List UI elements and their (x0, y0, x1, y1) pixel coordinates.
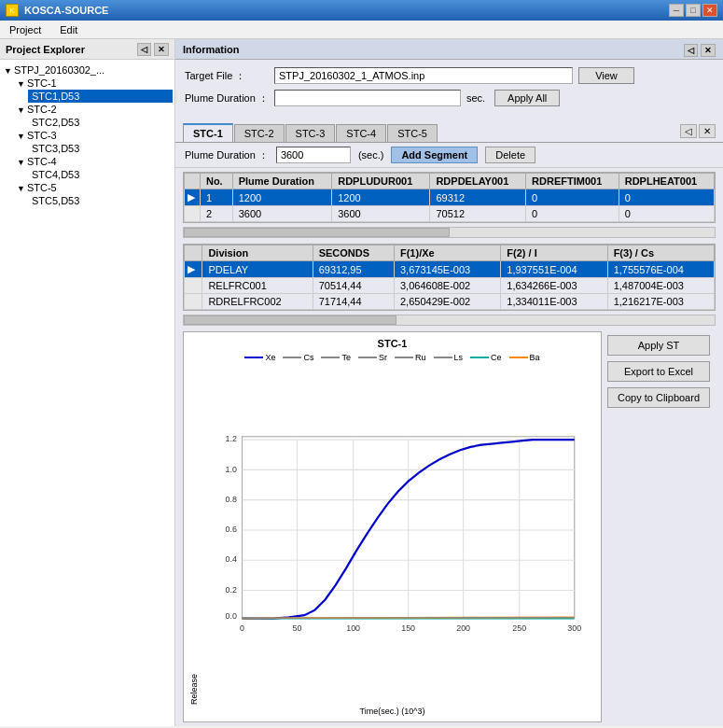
legend-ls: Ls (434, 353, 464, 362)
content-area: Information ◁ ✕ Target File ： STPJ_20160… (175, 39, 723, 726)
tree-node-stc2-d53[interactable]: STC2,D53 (28, 116, 173, 129)
information-title: Information (183, 44, 240, 55)
svg-text:150: 150 (401, 623, 415, 633)
info-pin-icon[interactable]: ◁ (684, 44, 698, 57)
export-excel-button[interactable]: Export to Excel (607, 361, 710, 382)
col-arrow2 (185, 245, 202, 261)
svg-text:0.2: 0.2 (226, 585, 237, 595)
cell-rdreftim: 0 (526, 206, 619, 222)
legend-ba-line (509, 357, 528, 358)
col-seconds: SECONDS (313, 245, 394, 261)
tab-nav-controls: ◁ ✕ (680, 124, 716, 138)
tab-stc4[interactable]: STC-4 (336, 124, 386, 142)
svg-text:100: 100 (346, 623, 360, 633)
tab-close-button[interactable]: ✕ (699, 124, 716, 138)
plume-duration-input[interactable] (274, 90, 461, 106)
cell-f2i: 1,634266E-003 (501, 278, 607, 294)
tree-node-stc5-d53[interactable]: STC5,D53 (28, 194, 173, 207)
tree-node-stc2[interactable]: ▼STC-2 (15, 103, 173, 116)
target-file-label: Target File ： (185, 69, 269, 83)
close-panel-icon[interactable]: ✕ (154, 43, 169, 56)
tree-node-stc1[interactable]: ▼STC-1 (15, 77, 173, 90)
table-row[interactable]: RDRELFRC002 71714,44 2,650429E-002 1,334… (185, 294, 715, 310)
tree-node-root[interactable]: ▼STPJ_20160302_... (2, 63, 173, 77)
legend-te: Te (321, 353, 351, 362)
legend-ce-label: Ce (491, 353, 502, 362)
col-plume-dur: Plume Duration (232, 174, 332, 189)
svg-text:1.0: 1.0 (226, 465, 237, 474)
pin-icon[interactable]: ◁ (137, 43, 151, 56)
segment-unit: (sec.) (358, 149, 384, 161)
delete-button[interactable]: Delete (485, 147, 535, 163)
upper-table-scrollbar[interactable] (183, 227, 716, 238)
cell-division: RELFRC001 (202, 278, 313, 294)
cell-plume-dur: 3600 (232, 206, 332, 222)
row-indicator (185, 294, 202, 310)
table-row[interactable]: RELFRC001 70514,44 3,064608E-002 1,63426… (185, 278, 715, 294)
tab-stc2[interactable]: STC-2 (234, 124, 285, 142)
menu-edit[interactable]: Edit (54, 23, 83, 36)
cell-rdreftim: 0 (526, 189, 619, 206)
maximize-button[interactable]: □ (686, 4, 701, 17)
legend-te-label: Te (341, 353, 351, 362)
cell-seconds: 70514,44 (313, 278, 394, 294)
cell-seconds: 71714,44 (313, 294, 394, 310)
legend-ru-label: Ru (415, 353, 426, 362)
plume-duration-row: Plume Duration ： sec. Apply All (185, 90, 714, 106)
col-rdpludur: RDPLUDUR001 (332, 174, 430, 189)
tree-node-stc4-d53[interactable]: STC4,D53 (28, 168, 173, 181)
apply-all-button[interactable]: Apply All (494, 90, 560, 106)
table-row[interactable]: ▶ 1 1200 1200 69312 0 0 (185, 189, 715, 206)
view-button[interactable]: View (578, 67, 634, 84)
info-close-icon[interactable]: ✕ (701, 44, 716, 57)
legend-ba: Ba (509, 353, 540, 362)
segment-row: Plume Duration ： (sec.) Add Segment Dele… (175, 143, 723, 168)
side-buttons: Apply ST Export to Excel Copy to Clipboa… (602, 331, 716, 722)
cell-division: RDRELFRC002 (202, 294, 313, 310)
close-button[interactable]: ✕ (702, 4, 717, 17)
cell-f1xe: 3,064608E-002 (394, 278, 500, 294)
svg-text:300: 300 (567, 623, 581, 633)
svg-text:250: 250 (512, 623, 526, 633)
tab-stc1[interactable]: STC-1 (183, 123, 233, 142)
minimize-button[interactable]: ─ (669, 4, 684, 17)
table-row[interactable]: ▶ PDELAY 69312,95 3,673145E-003 1,937551… (185, 261, 715, 278)
lower-table-scrollbar[interactable] (183, 315, 716, 326)
tree-view: ▼STPJ_20160302_... ▼STC-1 STC1,D53 ▼STC-… (0, 60, 174, 726)
segment-value-input[interactable] (276, 147, 351, 163)
legend-cs: Cs (283, 353, 313, 362)
chart-plot-area: 1.2 1.0 0.8 0.6 0.4 0.2 0.0 (201, 366, 595, 705)
tree-node-stc3-d53[interactable]: STC3,D53 (28, 142, 173, 155)
legend-ce: Ce (470, 353, 502, 362)
table-row[interactable]: 2 3600 3600 70512 0 0 (185, 206, 715, 222)
tab-prev-button[interactable]: ◁ (680, 124, 697, 138)
add-segment-button[interactable]: Add Segment (391, 147, 478, 163)
tab-stc3[interactable]: STC-3 (285, 124, 336, 142)
svg-text:200: 200 (456, 623, 470, 633)
lower-table: Division SECONDS F(1)/Xe F(2) / I F(3) /… (184, 245, 715, 310)
row-indicator (185, 278, 202, 294)
tab-stc5[interactable]: STC-5 (387, 124, 438, 142)
copy-clipboard-button[interactable]: Copy to Clipboard (607, 387, 710, 408)
tree-node-stc3[interactable]: ▼STC-3 (15, 129, 173, 142)
tree-label-root: STPJ_20160302_... (14, 64, 104, 76)
cell-f3cs: 1,487004E-003 (607, 278, 714, 294)
chart-legend: Xe Cs Te Sr (189, 353, 595, 362)
plume-duration-unit: sec. (466, 92, 485, 104)
tree-node-stc4[interactable]: ▼STC-4 (15, 155, 173, 168)
legend-xe-label: Xe (265, 353, 275, 362)
apply-st-button[interactable]: Apply ST (607, 335, 710, 356)
tree-group-stc1: ▼STC-1 STC1,D53 (2, 77, 173, 103)
segment-label: Plume Duration ： (185, 148, 269, 162)
cell-f3cs: 1,755576E-004 (607, 261, 714, 278)
cell-division: PDELAY (202, 261, 313, 278)
cell-rdpludur: 1200 (332, 189, 430, 206)
col-division: Division (202, 245, 313, 261)
tree-node-stc1-d53[interactable]: STC1,D53 (28, 90, 173, 103)
tree-node-stc5[interactable]: ▼STC-5 (15, 181, 173, 194)
menu-bar: Project Edit (0, 21, 723, 39)
menu-project[interactable]: Project (4, 23, 47, 36)
cell-plume-dur: 1200 (232, 189, 332, 206)
cell-f2i: 1,334011E-003 (501, 294, 607, 310)
chart-y-label: Release (189, 366, 199, 705)
